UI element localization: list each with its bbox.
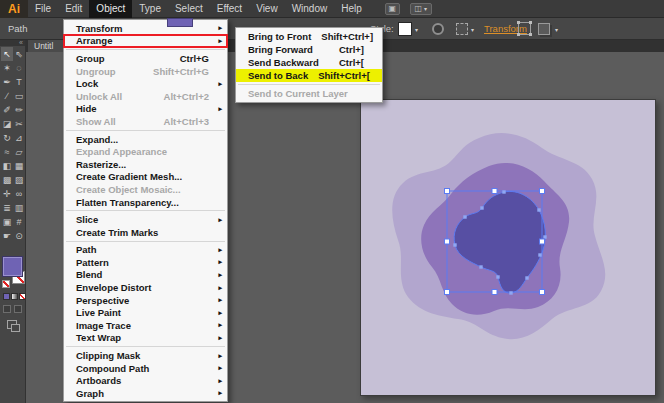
direct-selection-tool[interactable]: ⇖ xyxy=(13,47,25,61)
anchor-point[interactable] xyxy=(509,291,512,294)
zoom-tool[interactable]: ⊙ xyxy=(13,229,25,243)
object-menu-item-live-paint[interactable]: Live Paint▸ xyxy=(64,306,227,319)
selection-handle[interactable] xyxy=(445,189,450,194)
object-menu-item-create-trim-marks[interactable]: Create Trim Marks xyxy=(64,226,227,239)
dashed-box-caret-icon[interactable]: ▾ xyxy=(471,26,474,33)
anchor-point[interactable] xyxy=(537,208,540,211)
menubar-item-help[interactable]: Help xyxy=(334,0,369,18)
recolor-artwork-icon[interactable] xyxy=(432,23,444,35)
anchor-point[interactable] xyxy=(502,190,505,193)
anchor-point[interactable] xyxy=(480,206,483,209)
line-segment-tool[interactable]: ∕ xyxy=(1,89,13,103)
lasso-tool[interactable]: ◌ xyxy=(13,61,25,75)
object-menu-item-lock[interactable]: Lock▸ xyxy=(64,77,227,90)
scissors-tool[interactable]: ✂ xyxy=(13,117,25,131)
slice-tool[interactable]: # xyxy=(13,215,25,229)
perspective-grid-tool[interactable]: ▦ xyxy=(13,159,25,173)
object-menu-item-slice[interactable]: Slice▸ xyxy=(64,213,227,226)
object-menu-item-text-wrap[interactable]: Text Wrap▸ xyxy=(64,332,227,345)
menubar-item-effect[interactable]: Effect xyxy=(210,0,249,18)
selection-handle[interactable] xyxy=(540,189,545,194)
menubar-item-edit[interactable]: Edit xyxy=(58,0,89,18)
rotate-tool[interactable]: ↻ xyxy=(1,131,13,145)
gradient-button[interactable] xyxy=(11,293,18,300)
object-menu-item-blend[interactable]: Blend▸ xyxy=(64,269,227,282)
menubar-item-window[interactable]: Window xyxy=(285,0,335,18)
object-menu-item-arrange[interactable]: Arrange▸ xyxy=(64,35,227,48)
eyedropper-tool[interactable]: ✛ xyxy=(1,187,13,201)
object-menu-item-create-gradient-mesh[interactable]: Create Gradient Mesh... xyxy=(64,171,227,184)
rectangle-tool[interactable]: ▭ xyxy=(13,89,25,103)
object-menu-item-clipping-mask[interactable]: Clipping Mask▸ xyxy=(64,349,227,362)
blend-tool[interactable]: ∞ xyxy=(13,187,25,201)
magic-wand-tool[interactable]: ✶ xyxy=(1,61,13,75)
canvas-artwork[interactable] xyxy=(361,100,657,397)
menubar-item-view[interactable]: View xyxy=(249,0,285,18)
anchor-point[interactable] xyxy=(453,243,456,246)
collapse-panel-button[interactable]: « xyxy=(0,40,25,46)
selection-handle[interactable] xyxy=(540,290,545,295)
screen-mode-button[interactable] xyxy=(7,320,17,329)
object-menu-item-flatten-transparency[interactable]: Flatten Transparency... xyxy=(64,196,227,209)
eraser-tool[interactable]: ◪ xyxy=(1,117,13,131)
menubar-item-type[interactable]: Type xyxy=(132,0,168,18)
selection-handle[interactable] xyxy=(492,189,497,194)
artboard-tool[interactable]: ▣ xyxy=(1,215,13,229)
arrange-submenu-item-bring-forward[interactable]: Bring ForwardCtrl+] xyxy=(236,43,382,56)
object-menu-item-pattern[interactable]: Pattern▸ xyxy=(64,256,227,269)
mesh-tool[interactable]: ▩ xyxy=(1,173,13,187)
anchor-point[interactable] xyxy=(496,275,499,278)
object-menu-item-image-trace[interactable]: Image Trace▸ xyxy=(64,319,227,332)
workspace-switcher-button[interactable]: ◫ ▾ xyxy=(410,3,432,15)
object-menu-item-graph[interactable]: Graph▸ xyxy=(64,387,227,400)
menubar-item-object[interactable]: Object xyxy=(89,0,132,18)
launch-bridge-icon[interactable]: ▣ xyxy=(385,3,400,15)
paintbrush-tool[interactable]: ✐ xyxy=(1,103,13,117)
width-tool[interactable]: ≈ xyxy=(1,145,13,159)
selection-bounds-icon[interactable] xyxy=(518,22,531,35)
none-button[interactable] xyxy=(19,293,26,300)
options-caret-icon[interactable]: ▾ xyxy=(555,26,558,33)
scale-tool[interactable]: ⊿ xyxy=(13,131,25,145)
free-transform-tool[interactable]: ▱ xyxy=(13,145,25,159)
arrange-submenu-item-send-to-back[interactable]: Send to BackShift+Ctrl+[ xyxy=(236,69,382,82)
selection-handle[interactable] xyxy=(445,239,450,244)
anchor-point[interactable] xyxy=(538,253,541,256)
object-menu-item-hide[interactable]: Hide▸ xyxy=(64,103,227,116)
style-caret-icon[interactable]: ▾ xyxy=(415,26,418,33)
color-button[interactable] xyxy=(3,293,10,300)
selection-handle[interactable] xyxy=(492,290,497,295)
pencil-tool[interactable]: ✏ xyxy=(13,103,25,117)
artboard[interactable] xyxy=(360,99,656,396)
gradient-tool[interactable]: ▨ xyxy=(13,173,25,187)
object-menu-item-rasterize[interactable]: Rasterize... xyxy=(64,158,227,171)
object-menu-item-expand[interactable]: Expand... xyxy=(64,133,227,146)
selection-handle[interactable] xyxy=(540,239,545,244)
dashed-box-icon[interactable] xyxy=(456,23,468,35)
object-menu-item-path[interactable]: Path▸ xyxy=(64,244,227,257)
arrange-submenu-item-bring-to-front[interactable]: Bring to FrontShift+Ctrl+] xyxy=(236,30,382,43)
arrange-submenu-item-send-backward[interactable]: Send BackwardCtrl+[ xyxy=(236,56,382,69)
selection-handle[interactable] xyxy=(445,290,450,295)
anchor-point[interactable] xyxy=(479,265,482,268)
hand-tool[interactable]: ☛ xyxy=(1,229,13,243)
object-menu-item-transform[interactable]: Transform▸ xyxy=(64,22,227,35)
fill-color-well[interactable] xyxy=(2,256,23,277)
symbol-sprayer-tool[interactable]: ≣ xyxy=(1,201,13,215)
style-swatch[interactable] xyxy=(398,22,412,36)
menubar-item-select[interactable]: Select xyxy=(168,0,210,18)
anchor-point[interactable] xyxy=(543,235,546,238)
type-tool[interactable]: T xyxy=(13,75,25,89)
draw-normal-button[interactable] xyxy=(3,305,11,313)
object-menu-item-artboards[interactable]: Artboards▸ xyxy=(64,374,227,387)
anchor-point[interactable] xyxy=(525,276,528,279)
selection-tool[interactable]: ↖ xyxy=(1,47,13,61)
object-menu-item-envelope-distort[interactable]: Envelope Distort▸ xyxy=(64,281,227,294)
object-menu-item-perspective[interactable]: Perspective▸ xyxy=(64,294,227,307)
object-menu-item-group[interactable]: GroupCtrl+G xyxy=(64,52,227,65)
isolate-selection-icon[interactable] xyxy=(538,23,550,35)
graph-tool[interactable]: ▥ xyxy=(13,201,25,215)
pen-tool[interactable]: ✒ xyxy=(1,75,13,89)
shape-builder-tool[interactable]: ◧ xyxy=(1,159,13,173)
menubar-item-file[interactable]: File xyxy=(28,0,58,18)
